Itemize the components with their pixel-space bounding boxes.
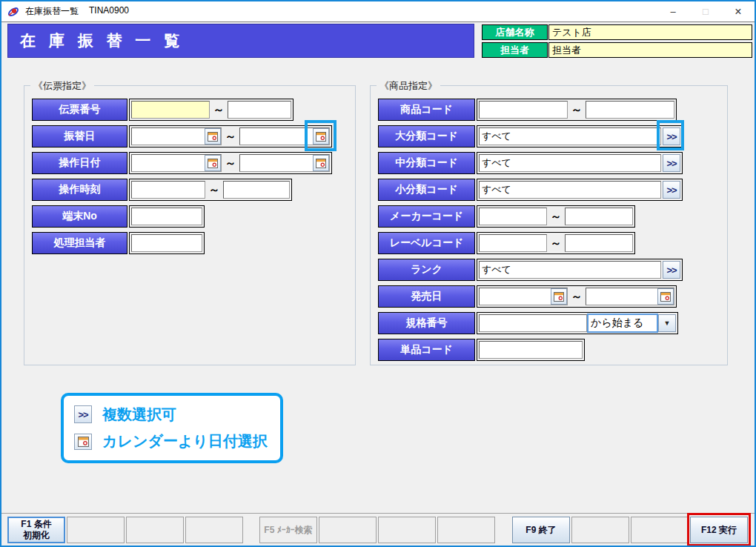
process-clerk-row: 処理担当者 [32,232,205,254]
chevron-down-icon[interactable]: ▼ [658,314,676,332]
legend-calendar-label: カレンダーより日付選択 [102,431,268,451]
process-clerk-label: 処理担当者 [32,232,127,254]
function-key-bar: F1 条件 初期化 F5 ﾒｰｶｰ検索 F9 終了 F12 実行 [1,513,755,546]
slip-number-fields: ～ [129,99,294,121]
app-icon [7,6,19,18]
rank-fields: >> [477,259,683,281]
operation-time-label: 操作時刻 [32,179,127,201]
slip-number-label: 伝票番号 [32,99,127,121]
match-mode-combobox[interactable] [587,314,658,333]
release-date-from-field [479,288,568,305]
major-category-fields: >> [477,125,683,147]
window-title-code: TINA0900 [89,5,129,18]
operation-time-to-input[interactable] [223,181,290,199]
maximize-button: □ [689,2,722,21]
operation-date-fields: ～ [129,152,332,174]
terminal-no-input[interactable] [131,208,202,225]
multiselect-icon: >> [74,405,92,423]
item-code-from-input[interactable] [479,101,568,119]
multiselect-button[interactable]: >> [663,181,680,199]
operation-date-to-field [239,154,330,172]
item-code-to-input[interactable] [586,101,674,119]
middle-category-label: 中分類コード [378,152,475,174]
label-code-from-input[interactable] [479,234,547,252]
page-title: 在 庫 振 替 一 覧 [7,24,474,58]
transfer-date-to-input[interactable] [240,129,313,144]
slip-spec-title: 《伝票指定》 [30,79,94,93]
range-tilde: ～ [222,156,239,170]
clerk-value: 担当者 [548,42,752,58]
maker-code-to-input[interactable] [565,208,633,225]
maker-code-from-input[interactable] [479,208,547,225]
title-bar: 在庫振替一覧 TINA0900 – □ × [1,1,755,22]
operation-time-fields: ～ [129,179,292,201]
range-tilde: ～ [568,103,586,117]
terminal-no-fields [129,205,205,228]
operation-date-to-input[interactable] [240,156,313,170]
fkey-f4 [185,517,243,543]
operation-time-row: 操作時刻 ～ [32,179,292,201]
fkey-f10 [571,517,629,543]
label-code-to-input[interactable] [565,234,633,252]
window-title-text: 在庫振替一覧 [25,5,79,18]
legend-box: >> 複数選択可 カレンダーより日付選択 [61,393,283,463]
range-tilde: ～ [547,236,565,251]
slip-number-from-input[interactable] [131,101,210,119]
middle-category-fields: >> [477,152,683,174]
minor-category-row: 小分類コード >> [378,179,683,201]
major-category-row: 大分類コード >> [378,125,683,147]
middle-category-input[interactable] [479,154,661,172]
release-date-label: 発売日 [378,285,475,308]
transfer-date-fields: ～ [129,125,332,147]
maker-code-fields: ～ [477,205,635,228]
process-clerk-fields [129,232,205,254]
operation-time-from-input[interactable] [131,181,205,199]
standard-number-input[interactable] [479,314,587,332]
rank-label: ランク [378,259,475,281]
operation-date-row: 操作日付 ～ [32,152,332,174]
calendar-icon[interactable] [551,288,567,305]
calendar-icon[interactable] [313,128,329,145]
store-name-label: 店舗名称 [482,24,548,40]
transfer-date-from-input[interactable] [132,129,205,144]
operation-date-from-input[interactable] [132,156,205,170]
legend-calendar-row: カレンダーより日付選択 [74,431,270,451]
release-date-from-input[interactable] [480,289,551,304]
item-spec-groupbox: 《商品指定》 商品コード ～ 大分類コード >> 中分類コード >> [370,85,728,365]
release-date-fields: ～ [477,285,677,308]
calendar-icon[interactable] [657,288,674,305]
range-tilde: ～ [568,290,586,304]
single-item-code-row: 単品コード [378,339,585,361]
fkey-f1-init-conditions[interactable]: F1 条件 初期化 [7,517,65,543]
terminal-no-label: 端末No [32,205,127,228]
slip-spec-groupbox: 《伝票指定》 伝票番号 ～ 振替日 ～ [24,85,356,365]
minimize-button[interactable]: – [657,2,689,21]
item-spec-title: 《商品指定》 [377,79,440,93]
fkey-f12-execute[interactable]: F12 実行 [690,517,748,543]
slip-number-row: 伝票番号 ～ [32,99,294,121]
close-button[interactable]: × [722,2,755,21]
rank-input[interactable] [479,261,661,279]
rank-row: ランク >> [378,259,683,281]
major-category-input[interactable] [479,127,661,145]
maker-code-label: メーカーコード [378,205,475,228]
calendar-icon[interactable] [205,128,221,145]
minor-category-fields: >> [477,179,683,201]
single-item-code-input[interactable] [479,341,583,359]
multiselect-button[interactable]: >> [663,154,680,172]
calendar-icon [74,434,92,450]
fkey-f11 [631,517,689,543]
minor-category-label: 小分類コード [378,179,475,201]
process-clerk-input[interactable] [131,234,202,252]
calendar-icon[interactable] [313,155,329,171]
fkey-f9-exit[interactable]: F9 終了 [512,517,570,543]
fkey-f3 [126,517,184,543]
major-category-multiselect-button[interactable]: >> [663,127,680,145]
transfer-date-from-field [131,127,222,145]
calendar-icon[interactable] [205,155,221,171]
operation-date-label: 操作日付 [32,152,127,174]
slip-number-to-input[interactable] [228,101,291,119]
minor-category-input[interactable] [479,181,661,199]
multiselect-button[interactable]: >> [663,261,680,279]
release-date-to-input[interactable] [586,289,657,304]
